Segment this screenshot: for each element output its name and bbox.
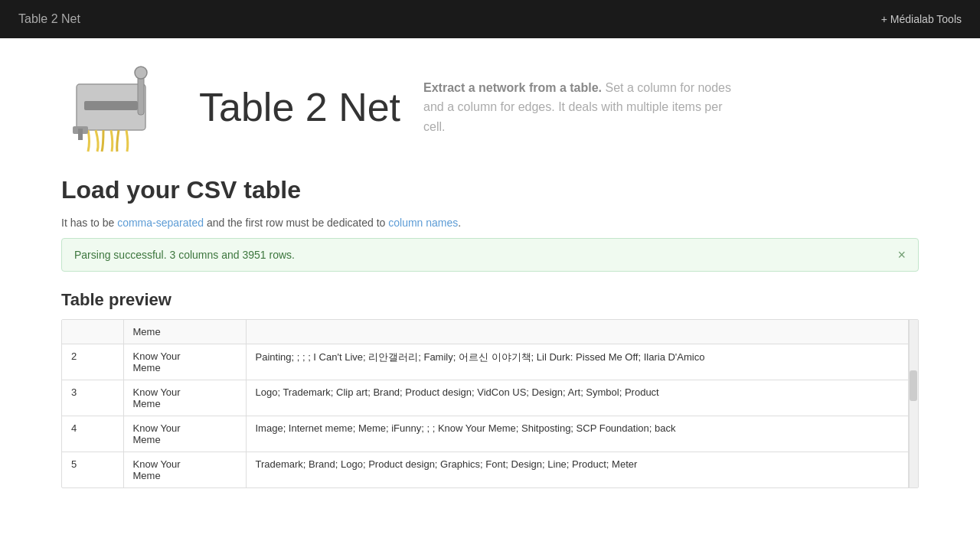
scrollbar-thumb[interactable] — [910, 370, 917, 401]
hero-section: Table 2 Net Extract a network from a tab… — [0, 38, 980, 168]
svg-rect-1 — [138, 77, 144, 115]
hero-left: Table 2 Net — [61, 61, 400, 153]
success-alert: Parsing successful. 3 columns and 3951 r… — [61, 238, 919, 272]
table-container: Meme 2Know Your MemePainting; ; ; ; I Ca… — [61, 319, 919, 488]
hint-text: It has to be comma-separated and the fir… — [61, 217, 919, 229]
table-row: 2Know Your MemePainting; ; ; ; I Can't L… — [62, 344, 918, 380]
cell-num: 5 — [62, 452, 123, 488]
cell-num: 3 — [62, 380, 123, 416]
svg-rect-5 — [78, 129, 83, 140]
cell-name: Know Your Meme — [123, 416, 246, 452]
table-row: 4Know Your MemeImage; Internet meme; Mem… — [62, 416, 918, 452]
hero-title: Table 2 Net — [199, 84, 400, 130]
scrollbar-track[interactable] — [909, 320, 918, 487]
hero-description-bold: Extract a network from a table. — [423, 81, 602, 94]
navbar-brand: Table 2 Net — [18, 12, 80, 26]
table-row: 3Know Your MemeLogo; Trademark; Clip art… — [62, 380, 918, 416]
navbar: Table 2 Net + Médialab Tools — [0, 0, 980, 38]
success-message: Parsing successful. 3 columns and 3951 r… — [74, 249, 295, 261]
hint-part2: and the first row must be dedicated to — [204, 217, 388, 229]
hero-image — [61, 61, 184, 153]
table-body: 2Know Your MemePainting; ; ; ; I Can't L… — [62, 344, 918, 488]
table-header-row: Meme — [62, 320, 918, 344]
medialab-tools-link[interactable]: + Médialab Tools — [881, 13, 962, 25]
col-header-meme: Meme — [123, 320, 246, 344]
column-names-link[interactable]: column names — [388, 217, 458, 229]
comma-separated-link[interactable]: comma-separated — [117, 217, 204, 229]
cell-num: 2 — [62, 344, 123, 380]
table-head: Meme — [62, 320, 918, 344]
col-header-data — [246, 320, 918, 344]
hint-part1: It has to be — [61, 217, 117, 229]
data-table: Meme 2Know Your MemePainting; ; ; ; I Ca… — [62, 320, 918, 487]
close-alert-button[interactable]: × — [897, 248, 906, 262]
svg-rect-3 — [84, 101, 138, 110]
cell-data: Trademark; Brand; Logo; Product design; … — [246, 452, 918, 488]
cell-name: Know Your Meme — [123, 452, 246, 488]
hero-description: Extract a network from a table. Set a co… — [423, 78, 745, 137]
cell-name: Know Your Meme — [123, 344, 246, 380]
table-preview-title: Table preview — [61, 290, 919, 310]
cell-num: 4 — [62, 416, 123, 452]
cell-data: Painting; ; ; ; I Can't Live; 리안갤러리; Fam… — [246, 344, 918, 380]
cell-name: Know Your Meme — [123, 380, 246, 416]
main-content: Load your CSV table It has to be comma-s… — [0, 168, 980, 519]
table-row: 5Know Your MemeTrademark; Brand; Logo; P… — [62, 452, 918, 488]
svg-point-2 — [135, 67, 147, 79]
cell-data: Logo; Trademark; Clip art; Brand; Produc… — [246, 380, 918, 416]
cell-data: Image; Internet meme; Meme; iFunny; ; ; … — [246, 416, 918, 452]
hint-end: . — [458, 217, 461, 229]
load-csv-title: Load your CSV table — [61, 176, 919, 204]
col-header-num — [62, 320, 123, 344]
